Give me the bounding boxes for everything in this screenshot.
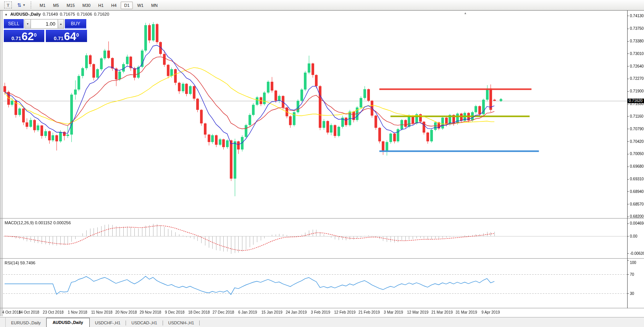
timeframe-button-w1[interactable]: W1 xyxy=(134,2,147,9)
text-tool-icon: T xyxy=(4,2,12,8)
buy-price-base: 0.71 xyxy=(54,36,63,41)
price-axis-label: 0.70420 xyxy=(630,139,644,144)
current-price-tag: 0.71620 xyxy=(628,99,644,103)
rsi-panel-separator[interactable] xyxy=(0,258,644,259)
price-axis-label: 0.73750 xyxy=(630,26,644,31)
macd-panel-separator[interactable] xyxy=(0,218,644,219)
chart-tab-audusd-daily[interactable]: AUDUSD-,Daily xyxy=(46,318,90,327)
cycle-arrows-icon: ⇅ xyxy=(17,2,21,8)
time-axis-label: 20 Nov 2018 xyxy=(115,310,137,314)
time-axis-label: 9 Dec 2018 xyxy=(165,310,184,314)
buy-price-display[interactable]: 0.71 64 0 xyxy=(46,30,87,42)
chart-tab-usdcnh-h1[interactable]: USDCNH-,H1 xyxy=(163,319,200,327)
volume-increase-button[interactable]: ▲ xyxy=(58,19,64,29)
time-axis-label: 21 Feb 2019 xyxy=(358,310,380,314)
spinner-up-icon: ▲ xyxy=(60,23,62,25)
ohlc-close: 0.71620 xyxy=(94,12,109,16)
price-axis-label: 0.72640 xyxy=(630,64,644,68)
macd-axis-label: -0.00639 xyxy=(630,251,644,256)
price-axis-label: 0.68570 xyxy=(630,202,644,206)
time-axis-separator xyxy=(0,308,644,308)
timeframe-button-mn[interactable]: MN xyxy=(148,2,161,9)
time-axis-label: 3 Mar 2019 xyxy=(384,310,403,314)
time-axis-label: 23 Oct 2018 xyxy=(43,310,63,314)
timeframe-button-h1[interactable]: H1 xyxy=(95,2,107,9)
time-axis-label: 18 Dec 2018 xyxy=(188,310,210,314)
toolbar: T ⇅ ▼ M1M5M15M30H1H4D1W1MN xyxy=(0,0,644,10)
price-axis-label: 0.71900 xyxy=(630,89,644,93)
rsi-indicator-label: RSI(14) 59.7496 xyxy=(5,261,36,265)
macd-name: MACD(12,26,9) xyxy=(5,220,34,225)
collapse-panel-icon[interactable]: ▲ xyxy=(5,13,8,16)
price-axis-label: 0.73010 xyxy=(630,52,644,56)
one-click-trading-panel: SELL ▼ ▲ BUY 0.71 62 0 0.71 64 0 xyxy=(4,19,89,42)
timeframe-button-group: M1M5M15M30H1H4D1W1MN xyxy=(36,2,161,8)
rsi-name: RSI(14) xyxy=(5,261,19,265)
price-chart-canvas[interactable] xyxy=(0,0,644,327)
sell-price-pips: 62 xyxy=(21,31,34,41)
time-axis-label: 31 Mar 2019 xyxy=(456,310,477,314)
toolbar-grip xyxy=(31,2,33,8)
chart-symbol-title: AUDUSD-,Daily xyxy=(10,12,41,16)
window-top-border xyxy=(0,10,644,11)
macd-indicator-label: MACD(12,26,9) 0.001152 0.000256 xyxy=(5,220,71,225)
price-axis-label: 0.68200 xyxy=(630,214,644,219)
timeframe-button-d1[interactable]: D1 xyxy=(121,2,133,9)
price-axis-label: 0.69680 xyxy=(630,164,644,168)
buy-price-pips: 64 xyxy=(64,31,76,41)
price-axis-border xyxy=(627,10,628,308)
rsi-value: 59.7496 xyxy=(20,261,36,265)
ohlc-low: 0.71606 xyxy=(77,12,92,16)
rsi-axis-label: 70 xyxy=(630,272,634,277)
sell-price-display[interactable]: 0.71 62 0 xyxy=(4,30,44,42)
sell-button[interactable]: SELL xyxy=(4,19,24,29)
price-axis-label: 0.69310 xyxy=(630,177,644,181)
ohlc-high: 0.71675 xyxy=(60,12,75,16)
price-axis-label: 0.72270 xyxy=(630,76,644,81)
window-left-border xyxy=(1,10,1,316)
sell-price-base: 0.71 xyxy=(11,36,21,41)
cycle-symbols-button[interactable]: ⇅ ▼ xyxy=(16,1,27,9)
time-axis-label: 14 Oct 2018 xyxy=(18,310,39,314)
ohlc-open: 0.71649 xyxy=(43,12,58,16)
chart-tab-usdchf-h1[interactable]: USDCHF-,H1 xyxy=(90,319,126,327)
time-axis-label: 12 Feb 2019 xyxy=(334,310,355,314)
time-axis-label: 12 Mar 2019 xyxy=(407,310,428,314)
price-axis-label: 0.70050 xyxy=(630,152,644,156)
volume-input[interactable] xyxy=(31,19,58,29)
price-axis-label: 0.73380 xyxy=(630,39,644,43)
tab-bar-lead xyxy=(0,317,6,327)
time-axis-label: 11 Nov 2018 xyxy=(91,310,113,314)
chart-left-border xyxy=(2,10,3,316)
time-axis-label: 24 Jan 2019 xyxy=(286,310,307,314)
timeframe-button-h4[interactable]: H4 xyxy=(108,2,120,9)
rsi-axis-label: 100 xyxy=(630,261,636,265)
text-tool-button[interactable]: T xyxy=(3,1,13,9)
buy-button[interactable]: BUY xyxy=(65,19,86,29)
sell-price-point: 0 xyxy=(34,30,37,40)
time-axis-label: 4 Oct 2018 xyxy=(2,310,21,314)
time-axis-label: 6 Jan 2019 xyxy=(238,310,257,314)
spinner-down-icon: ▼ xyxy=(26,23,29,25)
chart-tab-eurusd-daily[interactable]: EURUSD-,Daily xyxy=(6,319,46,327)
time-axis-label: 3 Feb 2019 xyxy=(311,310,330,314)
time-axis-label: 15 Jan 2019 xyxy=(261,310,282,314)
price-axis-label: 0.71160 xyxy=(630,114,643,118)
macd-signal-value: 0.000256 xyxy=(53,220,71,225)
timeframe-button-m1[interactable]: M1 xyxy=(36,2,49,9)
macd-axis-label: 0.004694 xyxy=(630,221,644,225)
time-axis-label: 1 Nov 2018 xyxy=(68,310,87,314)
timeframe-button-m5[interactable]: M5 xyxy=(50,2,62,9)
volume-decrease-button[interactable]: ▼ xyxy=(24,19,31,29)
chart-tab-bar: EURUSD-,DailyAUDUSD-,DailyUSDCHF-,H1USDC… xyxy=(0,317,644,327)
time-axis-label: 9 Apr 2019 xyxy=(481,310,500,314)
buy-price-point: 0 xyxy=(76,30,79,40)
rsi-axis-label: 30 xyxy=(630,291,634,296)
timeframe-button-m15[interactable]: M15 xyxy=(63,2,78,9)
chart-title-bar: ▲ AUDUSD-,Daily 0.71649 0.71675 0.71606 … xyxy=(5,12,109,16)
price-axis-label: 0.74130 xyxy=(630,14,644,18)
time-axis-label: 29 Nov 2018 xyxy=(140,310,161,314)
price-axis-label: 0.68940 xyxy=(630,189,644,194)
chart-tab-usdcad-h1[interactable]: USDCAD-,H1 xyxy=(126,319,162,327)
timeframe-button-m30[interactable]: M30 xyxy=(79,2,94,9)
